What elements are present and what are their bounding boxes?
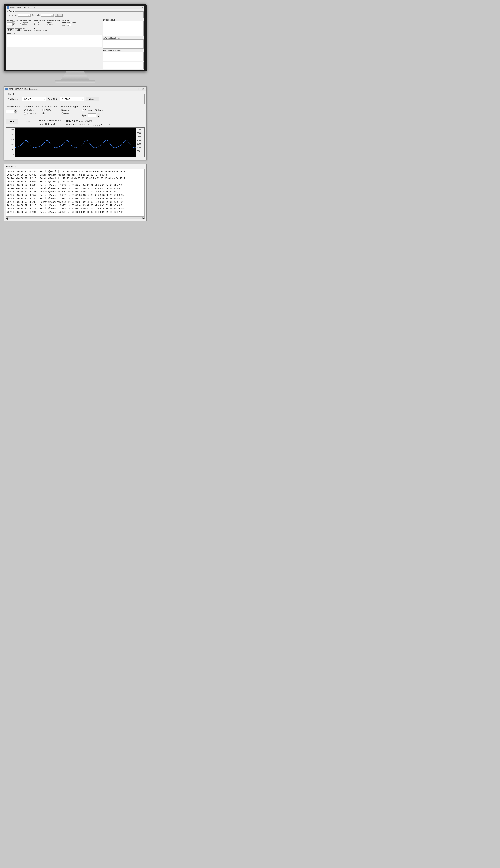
measure-type-block: Measure Type ECG PTG xyxy=(42,105,57,115)
mini-mtime-label: Measure Time xyxy=(20,20,31,21)
mini-close-btn[interactable]: ✕ xyxy=(142,7,143,9)
user-info-label: User Info. xyxy=(81,105,103,108)
status-value: Measure Stop xyxy=(47,119,62,122)
mini-preview-down[interactable]: ▼ xyxy=(12,24,15,26)
mini-mtype-label: Measure Type xyxy=(34,20,45,21)
mini-age-input[interactable] xyxy=(67,24,71,26)
mini-apiinfo: MaxPulse API Info. : xyxy=(34,30,49,32)
age-input[interactable]: 37 xyxy=(88,113,96,117)
svg-rect-0 xyxy=(15,128,136,157)
mini-heartrate: Heart Rate xyxy=(23,30,33,32)
mini-eventlog-label: Event Log xyxy=(7,32,102,34)
monitor-bezel: MaxPulseAPI Test 1.0.0.0.0 — ❐ ✕ Serial … xyxy=(4,4,147,71)
start-btn[interactable]: Start xyxy=(6,119,19,124)
app-body: Serial Port Name COM7 BandRate 115200 Cl… xyxy=(4,91,146,160)
api-info-label: MaxPulse API Info. : xyxy=(66,123,87,126)
reference-type-label: Reference Type xyxy=(61,105,78,108)
chart-container: 4096 3276.8 2457.6 1638.4 819.2 0 3500 xyxy=(6,127,145,157)
mini-minimize-btn[interactable]: — xyxy=(135,7,137,9)
monitor-base xyxy=(55,80,95,83)
mini-baud-select[interactable] xyxy=(41,14,54,17)
mini-baud-label: BandRate xyxy=(32,14,40,16)
radio-female[interactable] xyxy=(81,109,84,111)
mini-port-select[interactable] xyxy=(18,14,31,17)
eventlog-section: Event Log 2022-01-06 08:52:30.836 : Rece… xyxy=(0,163,150,225)
mini-status: Status : Initial xyxy=(23,28,33,30)
port-select[interactable]: COM7 xyxy=(22,97,46,101)
radio-male[interactable] xyxy=(95,109,98,111)
mini-preview-input[interactable] xyxy=(7,22,12,25)
log-line: 2022-01-06 08:52:12.215 : Receive[Result… xyxy=(7,177,143,180)
minimize-btn[interactable]: — xyxy=(131,88,134,90)
age-down-btn[interactable]: ▼ xyxy=(97,115,100,118)
mini-hrv-label: HRV Additional Result xyxy=(103,50,144,52)
app-title: MaxPulseAPI Test 1.0.0.0.0 xyxy=(9,88,38,90)
radio-ptg[interactable] xyxy=(42,112,45,115)
mini-preview-up[interactable]: ▲ xyxy=(12,21,15,24)
h-scroll-left[interactable]: ◀ xyxy=(6,217,8,219)
age-label: Age : xyxy=(81,114,87,117)
radio-ecg[interactable] xyxy=(42,109,45,111)
chart-y-axis-left: 4096 3276.8 2457.6 1638.4 819.2 0 xyxy=(6,128,15,157)
preview-down-btn[interactable]: ▼ xyxy=(14,111,18,114)
h-scrollbar[interactable] xyxy=(8,217,143,219)
preview-time-input[interactable]: 10 xyxy=(6,110,14,113)
preview-up-btn[interactable]: ▲ xyxy=(14,109,18,111)
log-line: 2022-01-06 08:52:11.605 : Receive[Status… xyxy=(7,180,143,183)
mini-eventlog-area xyxy=(7,35,102,47)
time-label: Time = xyxy=(66,119,73,122)
mini-app-title: MaxPulseAPI Test 1.0.0.0.0 xyxy=(10,7,35,9)
age-up-btn[interactable]: ▲ xyxy=(97,113,100,115)
time-value: 1 분 0 초 : 30000 xyxy=(74,119,92,122)
restore-btn[interactable]: ❐ xyxy=(136,88,140,90)
log-line: 2022-01-06 08:52:11.352 : Receive[Measur… xyxy=(7,194,143,197)
baud-select[interactable]: 115200 xyxy=(60,97,84,101)
reference-type-block: Reference Type Asia West xyxy=(61,105,78,115)
measure-type-label: Measure Type xyxy=(42,105,57,108)
app-titlebar: MaxPulseAPI Test 1.0.0.0.0 — ❐ ✕ xyxy=(4,87,146,91)
mini-default-result-area xyxy=(103,21,144,36)
eventlog-title: Event Log xyxy=(6,165,145,168)
mini-maximize-btn[interactable]: ❐ xyxy=(139,7,140,9)
eventlog-box: Event Log 2022-01-06 08:52:30.836 : Rece… xyxy=(4,163,147,221)
mini-default-result-label: Default Result xyxy=(103,19,144,21)
log-line: 2022-01-06 08:52:30.836 : Receive[Result… xyxy=(7,170,143,173)
serial-legend: Serial xyxy=(7,93,14,95)
monitor-stand xyxy=(60,71,90,80)
status-label: Status : xyxy=(39,119,47,122)
heartrate-label: Heart Rate = xyxy=(39,123,52,125)
mini-time: Time : xyxy=(34,28,49,30)
mini-preview-label: Preview Time xyxy=(7,20,18,21)
baud-label: BandRate xyxy=(48,98,58,101)
mini-port-label: Port Name xyxy=(8,14,17,16)
log-line: 2022-01-06 08:52:11.478 : Receive[Measur… xyxy=(7,187,143,190)
measure-time-label: Measure Time xyxy=(24,105,39,108)
close-btn-serial[interactable]: Close xyxy=(86,97,99,101)
mini-stop-btn[interactable]: Stop xyxy=(15,28,22,32)
radio-west[interactable] xyxy=(61,112,64,115)
app-icon xyxy=(5,88,8,90)
log-line: 2022-01-06 08:52:11.113 : Receive[Measur… xyxy=(7,204,143,207)
app-section: MaxPulseAPI Test 1.0.0.0.0 — ❐ ✕ Serial … xyxy=(0,83,150,163)
time-block: Time = 1 분 0 초 : 30000 MaxPulse API Info… xyxy=(66,119,112,126)
serial-fieldset: Serial Port Name COM7 BandRate 115200 Cl… xyxy=(6,93,145,104)
api-info-value: 1,0,0,0,0,0, 2021/12/23 xyxy=(88,123,112,126)
radio-asia[interactable] xyxy=(61,109,64,111)
stop-btn[interactable]: Stop xyxy=(22,119,35,124)
mini-apg-label: APG Additional Result xyxy=(103,37,144,39)
preview-time-block: Preview Time 10 ▲ ▼ xyxy=(6,105,20,114)
close-btn[interactable]: ✕ xyxy=(141,88,145,90)
mini-start-btn[interactable]: Start xyxy=(7,28,14,32)
log-line: 2022-01-06 08:52:11.603 : Receive[Measur… xyxy=(7,183,143,187)
user-info-block: User Info. Female Male xyxy=(81,105,103,118)
mini-serial-legend: Serial xyxy=(8,10,15,13)
radio-3min[interactable] xyxy=(24,112,26,115)
radio-1min[interactable] xyxy=(24,109,26,111)
app-window: MaxPulseAPI Test 1.0.0.0.0 — ❐ ✕ Serial … xyxy=(4,87,147,160)
h-scroll-right[interactable]: ▶ xyxy=(143,217,145,219)
mini-open-btn[interactable]: Open xyxy=(55,13,62,17)
eventlog-area[interactable]: 2022-01-06 08:52:30.836 : Receive[Result… xyxy=(6,169,145,217)
monitor-section: MaxPulseAPI Test 1.0.0.0.0 — ❐ ✕ Serial … xyxy=(0,0,150,83)
mini-apg-area xyxy=(103,39,144,48)
log-line: 2022-01-06 08:52:10.981 : Receive[Measur… xyxy=(7,210,143,214)
